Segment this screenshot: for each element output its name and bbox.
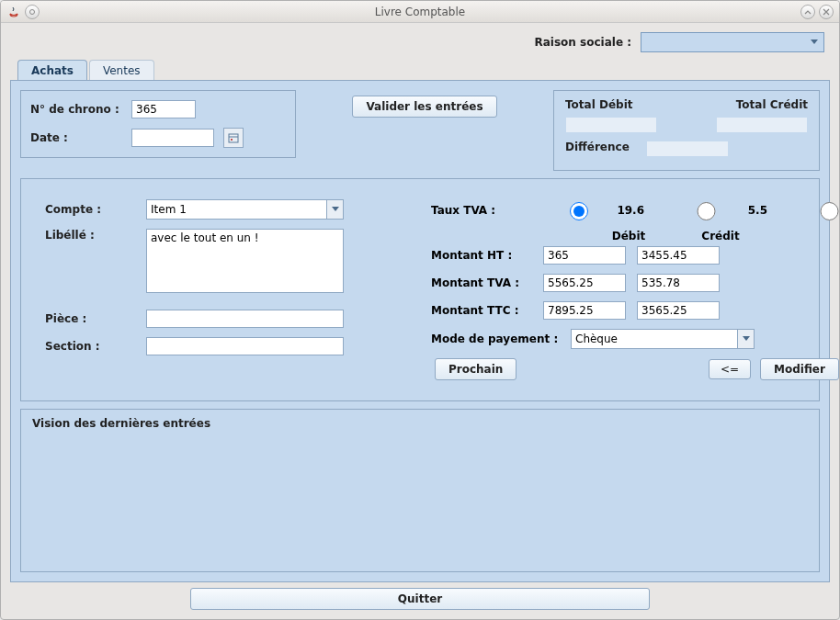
tab-ventes[interactable]: Ventes [89, 60, 154, 81]
minimize-icon[interactable] [800, 5, 815, 19]
prochain-button[interactable]: Prochain [435, 358, 516, 380]
difference-label: Différence [565, 141, 630, 157]
raison-sociale-label: Raison sociale : [535, 36, 632, 49]
calendar-button[interactable] [223, 128, 244, 148]
tva-credit-input[interactable] [637, 274, 720, 292]
date-label: Date : [30, 131, 122, 144]
entry-left: Compte : Item 1 Libéllé : avec le tout e… [30, 188, 398, 391]
java-icon [6, 5, 21, 19]
chrono-input[interactable] [131, 100, 196, 118]
ht-credit-input[interactable] [637, 246, 720, 265]
section-label: Section : [45, 340, 137, 353]
svg-rect-3 [231, 139, 233, 141]
taux-option-196[interactable]: 19.6 [543, 199, 644, 220]
calendar-icon [228, 132, 239, 143]
vision-label: Vision des dernières entrées [32, 417, 808, 430]
montant-ttc-label: Montant TTC : [431, 304, 532, 317]
svg-point-0 [30, 9, 35, 14]
chevron-down-icon [737, 330, 754, 348]
montant-ht-label: Montant HT : [431, 249, 532, 262]
chevron-down-icon [326, 200, 343, 219]
compte-label: Compte : [45, 203, 137, 216]
libelle-textarea[interactable]: avec le tout en un ! [146, 229, 344, 293]
compte-value: Item 1 [151, 203, 187, 216]
modifier-button[interactable]: Modifier [760, 358, 839, 380]
prev-button[interactable]: <= [709, 359, 751, 379]
client-area: Raison sociale : Achats Ventes N° de chr… [1, 23, 839, 619]
app-window: Livre Comptable Raison sociale : Achats … [0, 0, 840, 620]
piece-label: Pièce : [45, 312, 137, 325]
chrono-label: N° de chrono : [30, 103, 122, 116]
compte-select[interactable]: Item 1 [146, 199, 344, 220]
raison-sociale-select[interactable] [641, 32, 824, 52]
valider-button[interactable]: Valider les entrées [352, 96, 496, 118]
ttc-debit-input[interactable] [543, 301, 626, 320]
tab-panel-achats: N° de chrono : Date : Valider les entrée… [10, 80, 830, 582]
header-row: Raison sociale : [10, 28, 830, 60]
taux-radio-21[interactable] [794, 202, 840, 220]
taux-option-21[interactable]: 2.1 [789, 199, 840, 220]
total-debit-label: Total Débit [565, 98, 633, 111]
tabstrip: Achats Ventes [10, 60, 830, 81]
svg-rect-1 [229, 134, 238, 142]
chevron-down-icon [807, 35, 822, 50]
window-menu-icon[interactable] [25, 5, 40, 19]
vision-panel: Vision des dernières entrées [20, 409, 820, 572]
close-icon[interactable] [819, 5, 834, 19]
titlebar: Livre Comptable [1, 1, 839, 23]
mode-payement-label: Mode de payement : [431, 333, 560, 345]
ht-debit-input[interactable] [543, 246, 626, 265]
entry-panel: Compte : Item 1 Libéllé : avec le tout e… [20, 178, 820, 401]
total-debit-value [565, 117, 657, 133]
mode-payement-value: Chèque [575, 333, 618, 345]
window-title: Livre Comptable [40, 6, 800, 18]
totals-panel: Total Débit Total Crédit Différence [553, 90, 820, 171]
taux-option-55[interactable]: 5.5 [666, 199, 767, 220]
montant-tva-label: Montant TVA : [431, 276, 532, 289]
tva-debit-input[interactable] [543, 274, 626, 292]
mode-payement-select[interactable]: Chèque [571, 329, 755, 349]
quitter-button[interactable]: Quitter [190, 588, 650, 610]
col-debit-header: Débit [587, 230, 670, 242]
valider-container: Valider les entrées [305, 90, 544, 118]
taux-tva-label: Taux TVA : [431, 204, 532, 217]
total-credit-label: Total Crédit [736, 98, 808, 111]
tab-achats[interactable]: Achats [17, 60, 87, 81]
section-input[interactable] [146, 337, 344, 355]
footer: Quitter [10, 582, 830, 610]
libelle-label: Libéllé : [45, 229, 137, 242]
chrono-panel: N° de chrono : Date : [20, 90, 296, 158]
taux-radio-55[interactable] [671, 202, 742, 220]
entry-right: Taux TVA : 19.6 5.5 2.1 Débit Crédit Mon… [416, 188, 840, 391]
date-input[interactable] [131, 129, 214, 147]
col-credit-header: Crédit [679, 230, 762, 242]
difference-value [646, 141, 729, 157]
total-credit-value [716, 117, 808, 133]
taux-radio-196[interactable] [548, 202, 610, 220]
piece-input[interactable] [146, 310, 344, 328]
ttc-credit-input[interactable] [637, 301, 720, 320]
